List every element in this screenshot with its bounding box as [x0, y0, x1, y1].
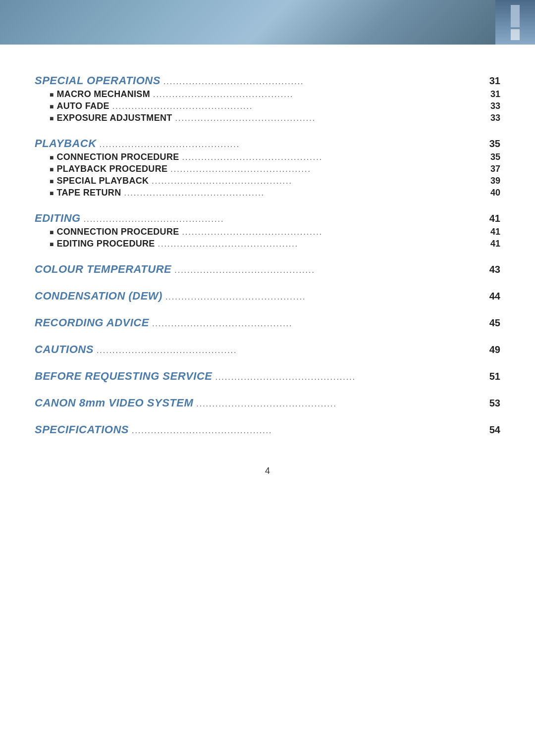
toc-sub-connection-procedure-editing: ■ CONNECTION PROCEDURE .................…	[35, 227, 500, 237]
bullet-icon: ■	[50, 228, 54, 236]
toc-label-specifications: SPECIFICATIONS	[35, 423, 129, 436]
toc-sub-page: 37	[485, 164, 500, 174]
toc-main-entry: CAUTIONS ...............................…	[35, 343, 500, 356]
toc-sub-label: MACRO MECHANISM	[56, 89, 150, 100]
toc-sub-auto-fade: ■ AUTO FADE ............................…	[35, 101, 500, 111]
toc-dots: ........................................…	[196, 400, 482, 408]
toc-dots: ........................................…	[163, 77, 482, 86]
toc-sub-connection-procedure-playback: ■ CONNECTION PROCEDURE .................…	[35, 152, 500, 162]
toc-content: SPECIAL OPERATIONS .....................…	[0, 45, 535, 516]
toc-section-condensation: CONDENSATION (DEW) .....................…	[35, 290, 500, 302]
toc-section-special-operations: SPECIAL OPERATIONS .....................…	[35, 74, 500, 123]
toc-dots: ........................................…	[215, 373, 482, 382]
toc-sub-label: CONNECTION PROCEDURE	[56, 227, 179, 237]
toc-dots: ........................................…	[132, 426, 482, 435]
bullet-icon: ■	[50, 102, 54, 110]
toc-page-specifications: 54	[485, 424, 500, 436]
toc-section-colour-temperature: COLOUR TEMPERATURE .....................…	[35, 263, 500, 276]
bullet-icon: ■	[50, 165, 54, 173]
bullet-icon: ■	[50, 189, 54, 197]
toc-label-editing: EDITING	[35, 212, 81, 225]
toc-dots: ........................................…	[175, 114, 482, 123]
toc-label-colour-temperature: COLOUR TEMPERATURE	[35, 263, 171, 276]
toc-section-canon-8mm: CANON 8mm VIDEO SYSTEM .................…	[35, 397, 500, 409]
toc-page-before-requesting-service: 51	[485, 371, 500, 382]
toc-sub-label: TAPE RETURN	[56, 188, 121, 198]
toc-sub-label: PLAYBACK PROCEDURE	[56, 164, 167, 174]
toc-sub-label: SPECIAL PLAYBACK	[56, 176, 149, 186]
toc-main-entry: PLAYBACK ...............................…	[35, 137, 500, 150]
toc-label-before-requesting-service: BEFORE REQUESTING SERVICE	[35, 370, 212, 383]
accent-bar	[511, 29, 520, 40]
toc-dots: ........................................…	[100, 140, 482, 149]
toc-dots: ........................................…	[170, 165, 482, 174]
toc-main-entry: SPECIAL OPERATIONS .....................…	[35, 74, 500, 87]
toc-sub-label: EDITING PROCEDURE	[56, 239, 155, 249]
toc-dots: ........................................…	[152, 319, 482, 328]
toc-sub-macro-mechanism: ■ MACRO MECHANISM ......................…	[35, 89, 500, 100]
toc-dots: ........................................…	[124, 189, 482, 198]
bullet-icon: ■	[50, 177, 54, 185]
toc-section-editing: EDITING ................................…	[35, 212, 500, 249]
toc-section-recording-advice: RECORDING ADVICE .......................…	[35, 316, 500, 329]
toc-section-before-requesting-service: BEFORE REQUESTING SERVICE ..............…	[35, 370, 500, 383]
toc-sub-page: 31	[485, 89, 500, 100]
toc-page-editing: 41	[485, 213, 500, 224]
toc-sub-editing-procedure: ■ EDITING PROCEDURE ....................…	[35, 239, 500, 249]
accent-bar-tall	[511, 5, 520, 27]
toc-sub-page: 41	[485, 227, 500, 237]
toc-sub-label: EXPOSURE ADJUSTMENT	[56, 113, 172, 123]
toc-page-colour-temperature: 43	[485, 264, 500, 275]
toc-sub-label: CONNECTION PROCEDURE	[56, 152, 179, 162]
bullet-icon: ■	[50, 240, 54, 248]
toc-dots: ........................................…	[153, 90, 482, 99]
toc-dots: ........................................…	[182, 228, 482, 237]
bullet-icon: ■	[50, 153, 54, 161]
toc-label-recording-advice: RECORDING ADVICE	[35, 316, 149, 329]
toc-section-playback: PLAYBACK ...............................…	[35, 137, 500, 198]
toc-sub-label: AUTO FADE	[56, 101, 109, 111]
toc-sub-tape-return: ■ TAPE RETURN ..........................…	[35, 188, 500, 198]
toc-dots: ........................................…	[158, 240, 482, 249]
toc-page-special-operations: 31	[485, 75, 500, 87]
toc-label-canon-8mm: CANON 8mm VIDEO SYSTEM	[35, 397, 193, 409]
toc-dots: ........................................…	[182, 153, 482, 162]
bullet-icon: ■	[50, 114, 54, 122]
bullet-icon: ■	[50, 91, 54, 99]
toc-main-entry: CONDENSATION (DEW) .....................…	[35, 290, 500, 302]
toc-label-special-operations: SPECIAL OPERATIONS	[35, 74, 160, 87]
toc-page-condensation: 44	[485, 291, 500, 302]
toc-sub-special-playback: ■ SPECIAL PLAYBACK .....................…	[35, 176, 500, 186]
toc-sub-exposure-adjustment: ■ EXPOSURE ADJUSTMENT ..................…	[35, 113, 500, 123]
toc-main-entry: COLOUR TEMPERATURE .....................…	[35, 263, 500, 276]
toc-dots: ........................................…	[97, 346, 482, 355]
toc-sub-page: 40	[485, 188, 500, 198]
page-number: 4	[35, 466, 500, 476]
toc-sub-page: 35	[485, 152, 500, 162]
toc-main-entry: BEFORE REQUESTING SERVICE ..............…	[35, 370, 500, 383]
toc-sub-playback-procedure: ■ PLAYBACK PROCEDURE ...................…	[35, 164, 500, 174]
toc-sub-page: 41	[485, 239, 500, 249]
toc-dots: ........................................…	[152, 177, 482, 186]
toc-label-playback: PLAYBACK	[35, 137, 97, 150]
toc-sub-page: 33	[485, 101, 500, 111]
toc-main-entry: EDITING ................................…	[35, 212, 500, 225]
toc-sub-page: 39	[485, 176, 500, 186]
toc-page-recording-advice: 45	[485, 317, 500, 329]
toc-label-cautions: CAUTIONS	[35, 343, 94, 356]
toc-page-playback: 35	[485, 138, 500, 150]
header-banner	[0, 0, 535, 45]
toc-sub-page: 33	[485, 113, 500, 123]
toc-page-canon-8mm: 53	[485, 398, 500, 409]
toc-section-cautions: CAUTIONS ...............................…	[35, 343, 500, 356]
toc-main-entry: CANON 8mm VIDEO SYSTEM .................…	[35, 397, 500, 409]
toc-main-entry: RECORDING ADVICE .......................…	[35, 316, 500, 329]
toc-dots: ........................................…	[174, 266, 482, 275]
header-accent	[495, 0, 535, 45]
toc-page-cautions: 49	[485, 344, 500, 355]
toc-dots: ........................................…	[84, 215, 482, 224]
toc-dots: ........................................…	[165, 293, 482, 302]
toc-label-condensation: CONDENSATION (DEW)	[35, 290, 162, 302]
toc-section-specifications: SPECIFICATIONS .........................…	[35, 423, 500, 436]
toc-dots: ........................................…	[112, 102, 482, 111]
